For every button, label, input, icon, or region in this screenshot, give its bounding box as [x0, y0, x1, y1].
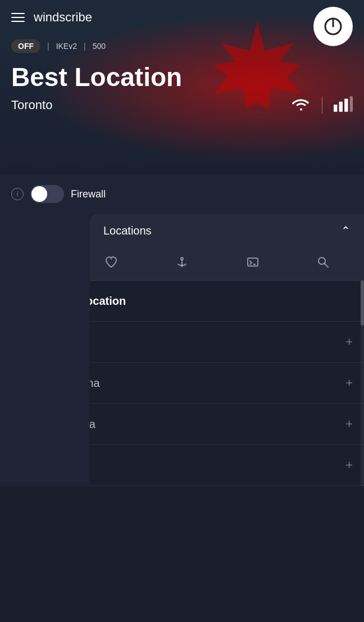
firewall-row: i Firewall: [11, 185, 106, 203]
svg-rect-4: [344, 98, 348, 111]
svg-rect-3: [339, 101, 343, 111]
wifi-icon: [292, 96, 311, 114]
expand-icon[interactable]: +: [345, 376, 353, 390]
bars-icon: [334, 96, 353, 114]
top-bar: windscribe: [0, 0, 364, 35]
scrollbar-thumb[interactable]: [361, 281, 364, 326]
country-label: Albania: [52, 336, 345, 349]
scrollbar-track[interactable]: [361, 281, 364, 486]
locations-collapse-button[interactable]: ⌃: [341, 224, 351, 237]
protocol-label: IKEv2: [56, 42, 77, 51]
expand-icon[interactable]: +: [345, 458, 353, 472]
expand-icon[interactable]: +: [345, 335, 353, 349]
power-icon: [322, 15, 344, 38]
header: windscribe OFF | IKEv2 | 500 Best Locati…: [0, 0, 364, 174]
info-icon[interactable]: i: [11, 188, 24, 200]
country-label: Argentina: [52, 377, 345, 390]
expand-icon[interactable]: +: [345, 417, 353, 431]
hamburger-line-3: [11, 21, 25, 22]
location-name: Best Location: [11, 63, 353, 92]
hamburger-line-2: [11, 17, 25, 18]
below-header: i Firewall Locations ⌃: [0, 174, 364, 486]
terminal-icon: [246, 255, 260, 272]
svg-point-14: [319, 258, 325, 264]
locations-title: Locations: [103, 224, 152, 237]
location-title: Best Location: [0, 57, 364, 94]
locations-header: Locations ⌃: [90, 214, 364, 247]
status-divider-2: |: [84, 42, 86, 51]
search-icon: [316, 255, 330, 272]
left-spacer: [0, 214, 90, 486]
heart-icon: [104, 255, 118, 272]
toggle-thumb: [31, 186, 47, 202]
status-divider-1: |: [47, 42, 49, 51]
locations-container: Locations ⌃: [0, 214, 364, 486]
svg-rect-5: [350, 96, 353, 112]
firewall-label: Firewall: [71, 188, 106, 200]
signal-divider: [322, 97, 322, 114]
status-bar: OFF | IKEv2 | 500: [0, 35, 364, 57]
signal-icons: [292, 96, 353, 114]
firewall-toggle[interactable]: [30, 185, 64, 203]
location-subtitle: Toronto: [0, 94, 364, 116]
anchor-icon: [175, 255, 189, 272]
firewall-section: i Firewall: [0, 174, 364, 214]
connection-status: OFF: [11, 39, 40, 53]
country-label: Austria: [52, 459, 345, 472]
tab-search[interactable]: [288, 247, 358, 280]
data-label: 500: [93, 42, 106, 51]
country-label: Best Location: [52, 295, 353, 308]
svg-rect-2: [334, 105, 337, 112]
svg-point-10: [181, 258, 183, 260]
svg-line-15: [325, 264, 328, 267]
hamburger-line-1: [11, 13, 25, 14]
country-label: Australia: [52, 418, 345, 431]
city-name: Toronto: [11, 98, 292, 112]
app-logo: windscribe: [34, 10, 92, 25]
tab-static[interactable]: [147, 247, 217, 280]
menu-button[interactable]: [11, 13, 25, 22]
svg-rect-12: [248, 258, 258, 266]
tab-configured[interactable]: [217, 247, 288, 280]
locations-panel: Locations ⌃: [90, 214, 364, 247]
